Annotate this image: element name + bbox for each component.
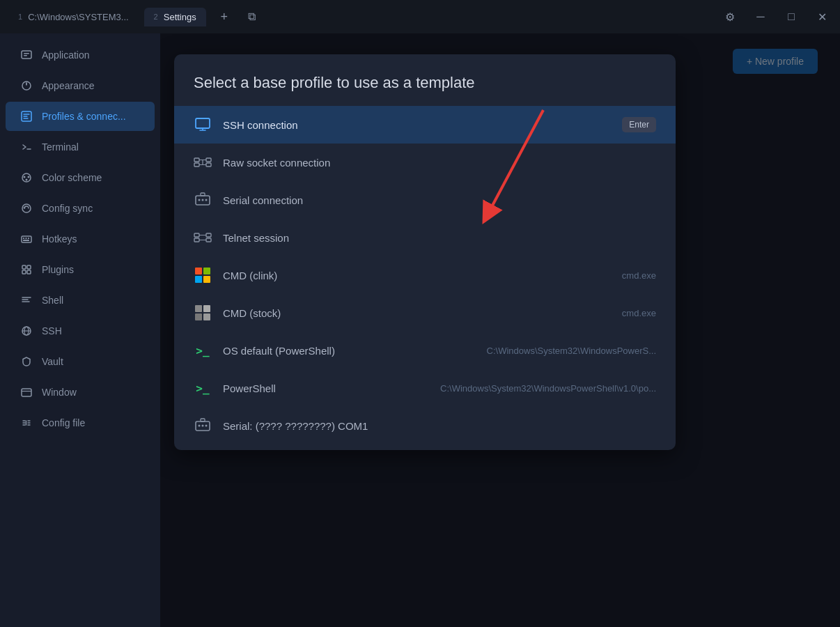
- profile-sublabel-cmd-stock: cmd.exe: [622, 308, 656, 318]
- svg-point-9: [22, 204, 31, 212]
- svg-rect-36: [195, 268, 202, 274]
- svg-rect-38: [195, 276, 202, 283]
- svg-rect-16: [27, 265, 31, 269]
- profile-item-powershell[interactable]: >_ PowerShell C:\Windows\System32\Window…: [174, 369, 676, 407]
- svg-rect-26: [206, 163, 211, 167]
- sidebar-item-vault[interactable]: Vault: [6, 347, 155, 376]
- tab-1-number: 1: [18, 13, 22, 21]
- svg-rect-24: [206, 158, 211, 162]
- tab-2[interactable]: 2 Settings: [144, 8, 206, 26]
- svg-rect-40: [195, 305, 202, 312]
- sidebar-item-configsync[interactable]: Config sync: [6, 194, 155, 223]
- main-layout: Application Appearance Profiles & connec…: [0, 33, 840, 627]
- sidebar-item-ssh[interactable]: SSH: [6, 316, 155, 346]
- profile-item-serial-com[interactable]: Serial: (???? ????????) COM1: [174, 407, 676, 444]
- titlebar: 1 C:\Windows\SYSTEM3... 2 Settings + ⧉ ⚙…: [0, 0, 840, 33]
- ssh-icon: [20, 324, 33, 338]
- telnet-icon: [194, 229, 212, 247]
- sidebar-item-profiles[interactable]: Profiles & connec...: [6, 102, 155, 131]
- profile-sublabel-powershell: C:\Windows\System32\WindowsPowerShell\v1…: [440, 383, 656, 394]
- profile-item-os-powershell[interactable]: >_ OS default (PowerShell) C:\Windows\Sy…: [174, 332, 676, 369]
- sidebar-item-profiles-label: Profiles & connec...: [42, 111, 126, 122]
- profile-item-serial[interactable]: Serial connection: [174, 181, 676, 219]
- enter-badge: Enter: [622, 117, 656, 132]
- content-area: Profiles & connections + New profile All…: [160, 33, 840, 627]
- sidebar-item-configfile[interactable]: Config file: [6, 408, 155, 438]
- minimize-icon[interactable]: ─: [751, 7, 770, 26]
- tab-1[interactable]: 1 C:\Windows\SYSTEM3...: [8, 8, 139, 26]
- svg-rect-2: [24, 55, 27, 56]
- svg-rect-43: [203, 314, 210, 320]
- svg-rect-33: [206, 233, 211, 237]
- svg-rect-11: [23, 238, 24, 239]
- tab-1-label: C:\Windows\SYSTEM3...: [28, 12, 128, 22]
- sidebar-item-shell[interactable]: Shell: [6, 286, 155, 315]
- terminal-icon: [20, 140, 33, 154]
- sidebar-item-window-label: Window: [42, 387, 77, 398]
- profile-label-ssh: SSH connection: [223, 119, 611, 131]
- profiles-icon: [20, 109, 33, 123]
- svg-rect-0: [22, 51, 31, 59]
- layout-icon[interactable]: ⧉: [242, 7, 262, 26]
- sidebar: Application Appearance Profiles & connec…: [0, 33, 160, 627]
- svg-rect-14: [23, 240, 29, 241]
- powershell-icon: >_: [194, 379, 212, 397]
- sidebar-item-appearance[interactable]: Appearance: [6, 71, 155, 100]
- svg-point-30: [205, 199, 208, 201]
- profile-item-cmd-clink[interactable]: CMD (clink) cmd.exe: [174, 256, 676, 294]
- serial-com-icon: [194, 417, 212, 435]
- sidebar-item-configfile-label: Config file: [42, 417, 85, 428]
- svg-rect-13: [28, 238, 29, 239]
- hotkeys-icon: [20, 232, 33, 246]
- profile-label-os-powershell: OS default (PowerShell): [223, 345, 470, 357]
- application-icon: [20, 48, 33, 62]
- sidebar-item-configsync-label: Config sync: [42, 203, 93, 214]
- profile-item-telnet[interactable]: Telnet session: [174, 219, 676, 256]
- svg-rect-31: [201, 193, 205, 196]
- profile-item-ssh[interactable]: SSH connection Enter: [174, 106, 676, 144]
- ssh-connection-icon: [194, 116, 212, 134]
- close-icon[interactable]: ✕: [812, 7, 832, 26]
- svg-rect-25: [194, 163, 199, 167]
- svg-point-46: [202, 425, 204, 427]
- sidebar-item-colorscheme[interactable]: Color scheme: [6, 163, 155, 192]
- colorscheme-icon: [20, 171, 33, 185]
- sidebar-item-shell-label: Shell: [42, 295, 63, 306]
- shell-icon: [20, 293, 33, 307]
- profile-sublabel-os-powershell: C:\Windows\System32\WindowsPowerS...: [487, 346, 656, 356]
- svg-rect-1: [24, 53, 29, 54]
- sidebar-item-appearance-label: Appearance: [42, 80, 95, 91]
- svg-rect-10: [22, 236, 31, 242]
- maximize-icon[interactable]: □: [781, 7, 801, 26]
- sidebar-item-hotkeys[interactable]: Hotkeys: [6, 224, 155, 254]
- svg-rect-32: [194, 233, 199, 237]
- svg-point-45: [199, 425, 201, 427]
- profile-item-cmd-stock[interactable]: CMD (stock) cmd.exe: [174, 294, 676, 332]
- svg-rect-41: [203, 305, 210, 312]
- sidebar-item-application-label: Application: [42, 49, 90, 61]
- svg-point-47: [205, 425, 208, 427]
- modal-title: Select a base profile to use as a templa…: [174, 54, 676, 106]
- profile-list: SSH connection Enter Raw sock: [174, 106, 676, 444]
- profile-label-rawsocket: Raw socket connection: [223, 157, 656, 169]
- settings-icon[interactable]: ⚙: [720, 7, 740, 26]
- profile-item-rawsocket[interactable]: Raw socket connection: [174, 144, 676, 181]
- add-tab-button[interactable]: +: [215, 7, 234, 26]
- sidebar-item-plugins[interactable]: Plugins: [6, 255, 155, 284]
- configfile-icon: [20, 416, 33, 430]
- sidebar-item-window[interactable]: Window: [6, 378, 155, 407]
- sidebar-item-terminal[interactable]: Terminal: [6, 132, 155, 162]
- appearance-icon: [20, 79, 33, 93]
- vault-icon: [20, 355, 33, 369]
- sidebar-item-hotkeys-label: Hotkeys: [42, 233, 77, 245]
- tab-2-number: 2: [154, 13, 158, 21]
- svg-rect-37: [203, 268, 210, 274]
- svg-point-28: [199, 199, 201, 201]
- sidebar-item-vault-label: Vault: [42, 356, 63, 367]
- svg-rect-35: [206, 238, 211, 242]
- profile-label-serial: Serial connection: [223, 194, 656, 206]
- profile-label-cmd-stock: CMD (stock): [223, 307, 605, 319]
- profile-label-serial-com: Serial: (???? ????????) COM1: [223, 420, 656, 432]
- sidebar-item-application[interactable]: Application: [6, 40, 155, 70]
- sidebar-item-colorscheme-label: Color scheme: [42, 172, 102, 183]
